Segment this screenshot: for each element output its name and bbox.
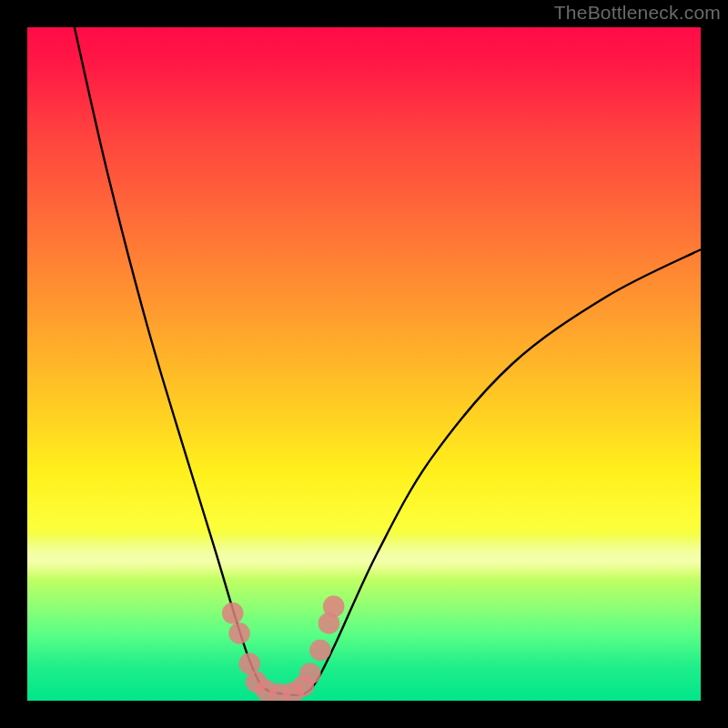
- valley-marker: [228, 622, 250, 644]
- valley-marker: [323, 596, 345, 618]
- figure-frame: TheBottleneck.com: [0, 0, 728, 728]
- bottleneck-curve-path: [75, 27, 701, 695]
- chart-svg: [27, 27, 701, 701]
- valley-marker: [299, 663, 321, 685]
- valley-marker: [222, 602, 244, 624]
- valley-marker: [309, 640, 331, 662]
- curve-group: [75, 27, 701, 695]
- markers-group: [222, 596, 345, 701]
- watermark-text: TheBottleneck.com: [554, 2, 721, 24]
- plot-area: [27, 27, 701, 701]
